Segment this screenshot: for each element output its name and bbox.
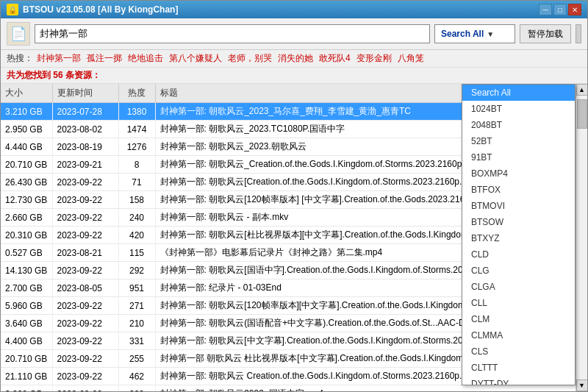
cell-heat: 158 — [118, 191, 155, 209]
cell-heat: 200 — [118, 385, 155, 392]
dropdown-item[interactable]: BTMOVI — [462, 198, 575, 214]
cell-heat: 1474 — [118, 121, 155, 138]
close-button[interactable]: ✕ — [568, 4, 581, 15]
chevron-down-icon: ▼ — [487, 30, 494, 38]
cell-heat: 71 — [118, 174, 155, 191]
minimize-button[interactable]: ─ — [539, 4, 552, 15]
cell-date: 2023-09-22 — [52, 368, 118, 385]
scroll-thumb[interactable] — [577, 99, 587, 129]
hotlink-0[interactable]: 封神第一部 — [37, 52, 81, 65]
scroll-up-button[interactable]: ▲ — [576, 84, 588, 96]
dropdown-item[interactable]: CLS — [462, 343, 575, 360]
hotlink-4[interactable]: 老师，别哭 — [228, 52, 272, 65]
table-row[interactable]: 3.320 GB2023-09-23200封神第一部: 朝歌风云2023_国语中… — [1, 385, 576, 392]
hotlinks-label: 热搜： — [7, 52, 33, 65]
cell-size: 5.960 GB — [1, 297, 52, 315]
cell-heat: 115 — [118, 244, 155, 262]
cell-size: 14.130 GB — [1, 262, 52, 279]
dropdown-item[interactable]: 52BT — [462, 133, 575, 149]
app-icon: 🔒 — [7, 4, 18, 15]
col-header-size[interactable]: 大小 — [1, 84, 52, 103]
search-type-dropdown-menu: Search All1024BT2048BT52BT91BTBOXMP4BTFO… — [462, 84, 576, 385]
hotlink-6[interactable]: 敢死队4 — [319, 52, 351, 65]
resize-handle[interactable] — [576, 24, 581, 43]
cell-heat: 271 — [118, 297, 155, 315]
dropdown-item[interactable]: CLL — [462, 295, 575, 311]
scroll-down-button[interactable]: ▼ — [576, 379, 588, 391]
window-controls: ─ □ ✕ — [539, 4, 581, 15]
pause-button[interactable]: 暂停加载 — [520, 24, 571, 43]
dropdown-item[interactable]: BTXYZ — [462, 230, 575, 246]
cell-date: 2023-09-23 — [52, 385, 118, 392]
cell-size: 2.950 GB — [1, 121, 52, 138]
search-type-button[interactable]: Search All ▼ — [434, 24, 515, 43]
cell-heat: 1380 — [118, 103, 155, 121]
cell-date: 2023-09-22 — [52, 350, 118, 368]
search-input[interactable] — [35, 24, 430, 43]
hotlink-7[interactable]: 变形金刚 — [356, 52, 392, 65]
hotlink-5[interactable]: 消失的她 — [278, 52, 313, 65]
cell-size: 4.400 GB — [1, 332, 52, 350]
cell-heat: 951 — [118, 279, 155, 297]
dropdown-item[interactable]: CLMMA — [462, 327, 575, 343]
scroll-track[interactable] — [577, 96, 587, 379]
maximize-button[interactable]: □ — [553, 4, 567, 15]
cell-heat: 1276 — [118, 138, 155, 156]
cell-heat: 255 — [118, 350, 155, 368]
cell-heat: 331 — [118, 332, 155, 350]
cell-size: 21.110 GB — [1, 368, 52, 385]
window-title: BTSOU v23.05.08 [All By KiongChan] — [23, 4, 178, 15]
dropdown-item[interactable]: Search All — [462, 85, 575, 101]
dropdown-item[interactable]: CLGA — [462, 279, 575, 295]
cell-heat: 420 — [118, 227, 155, 244]
dropdown-item[interactable]: DYTT-DY — [462, 376, 575, 385]
dropdown-item[interactable]: 1024BT — [462, 101, 575, 117]
main-window: 🔒 BTSOU v23.05.08 [All By KiongChan] ─ □… — [0, 0, 588, 392]
dropdown-item[interactable]: CLD — [462, 246, 575, 263]
cell-date: 2023-09-21 — [52, 156, 118, 174]
cell-size: 12.730 GB — [1, 191, 52, 209]
app-logo-icon: 📄 — [7, 22, 30, 46]
cell-size: 20.710 GB — [1, 156, 52, 174]
dropdown-item[interactable]: 91BT — [462, 149, 575, 165]
result-count-number: 56 — [53, 70, 62, 80]
cell-date: 2023-09-22 — [52, 191, 118, 209]
cell-date: 2023-08-19 — [52, 138, 118, 156]
cell-size: 2.660 GB — [1, 209, 52, 227]
dropdown-item[interactable]: BOXMP4 — [462, 165, 575, 182]
dropdown-item[interactable]: CLTTT — [462, 360, 575, 376]
cell-heat: 210 — [118, 315, 155, 332]
table-scrollbar[interactable]: ▲ ▼ — [576, 84, 587, 391]
cell-date: 2023-07-28 — [52, 103, 118, 121]
cell-date: 2023-09-22 — [52, 209, 118, 227]
dropdown-item[interactable]: BTSOW — [462, 214, 575, 230]
toolbar: 📄 Search All ▼ 暂停加载 — [1, 18, 587, 50]
col-header-date[interactable]: 更新时间 — [52, 84, 118, 103]
dropdown-item[interactable]: CLG — [462, 263, 575, 279]
search-type-dropdown: Search All ▼ — [434, 24, 515, 43]
hotlink-3[interactable]: 第八个嫌疑人 — [169, 52, 222, 65]
cell-heat: 292 — [118, 262, 155, 279]
cell-title: 封神第一部: 朝歌风云2023_国语中字.mp4 — [155, 385, 576, 392]
cell-date: 2023-08-21 — [52, 244, 118, 262]
cell-size: 3.640 GB — [1, 315, 52, 332]
hotlinks-bar: 热搜： 封神第一部 孤注一掷 绝地追击 第八个嫌疑人 老师，别哭 消失的她 敢死… — [1, 50, 587, 68]
cell-size: 20.310 GB — [1, 227, 52, 244]
cell-date: 2023-08-02 — [52, 121, 118, 138]
cell-size: 3.320 GB — [1, 385, 52, 392]
col-header-heat[interactable]: 热度 — [118, 84, 155, 103]
cell-date: 2023-08-05 — [52, 279, 118, 297]
dropdown-item[interactable]: CLM — [462, 311, 575, 327]
cell-date: 2023-09-22 — [52, 297, 118, 315]
cell-heat: 240 — [118, 209, 155, 227]
cell-size: 2.700 GB — [1, 279, 52, 297]
cell-size: 26.430 GB — [1, 174, 52, 191]
dropdown-item[interactable]: 2048BT — [462, 117, 575, 133]
title-bar: 🔒 BTSOU v23.05.08 [All By KiongChan] ─ □… — [1, 1, 587, 18]
dropdown-item[interactable]: BTFOX — [462, 182, 575, 198]
hotlink-1[interactable]: 孤注一掷 — [87, 52, 122, 65]
hotlink-2[interactable]: 绝地追击 — [128, 52, 163, 65]
title-bar-left: 🔒 BTSOU v23.05.08 [All By KiongChan] — [7, 4, 178, 15]
hotlink-8[interactable]: 八角笼 — [398, 52, 424, 65]
result-count-bar: 共为您找到 56 条资源： — [1, 68, 587, 84]
